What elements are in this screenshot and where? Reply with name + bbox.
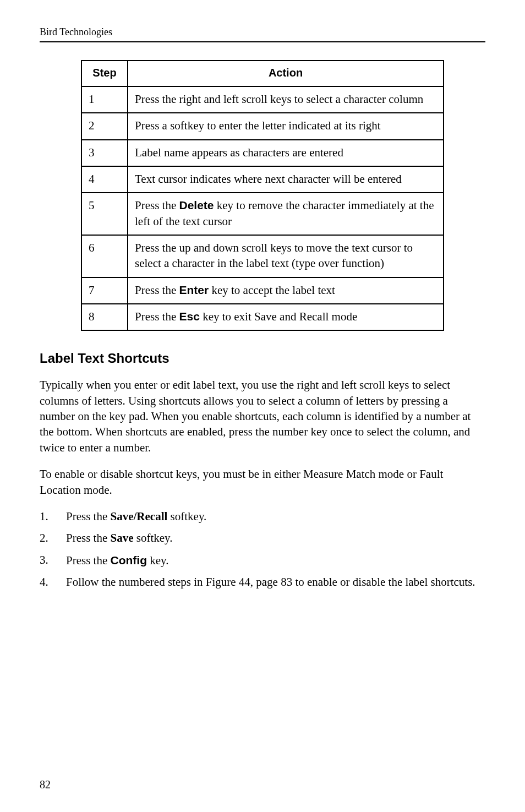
list-item: Press the Save softkey.	[40, 530, 485, 546]
key-name: Save	[111, 531, 134, 544]
key-name: Save/Recall	[111, 510, 168, 523]
cell-action: Press the Esc key to exit Save and Recal…	[128, 304, 444, 330]
cell-step: 7	[81, 277, 128, 304]
list-item: Press the Config key.	[40, 552, 485, 569]
list-item: Follow the numbered steps in Figure 44, …	[40, 574, 485, 590]
cell-step: 4	[81, 166, 128, 193]
table-row: 2 Press a softkey to enter the letter in…	[81, 113, 444, 139]
table-row: 1 Press the right and left scroll keys t…	[81, 86, 444, 113]
cell-step: 8	[81, 304, 128, 330]
table-row: 5 Press the Delete key to remove the cha…	[81, 193, 444, 235]
body-paragraph: To enable or disable shortcut keys, you …	[40, 466, 485, 498]
section-heading: Label Text Shortcuts	[40, 351, 485, 366]
table-row: 6 Press the up and down scroll keys to m…	[81, 235, 444, 277]
table-row: 3 Label name appears as characters are e…	[81, 140, 444, 166]
th-action: Action	[128, 61, 444, 86]
key-name: Delete	[179, 199, 214, 211]
cell-action: Press the right and left scroll keys to …	[128, 86, 444, 113]
table-row: 4 Text cursor indicates where next chara…	[81, 166, 444, 193]
instructions-list: Press the Save/Recall softkey. Press the…	[40, 509, 485, 591]
table-row: 8 Press the Esc key to exit Save and Rec…	[81, 304, 444, 330]
key-name: Config	[111, 554, 147, 566]
cell-action: Press a softkey to enter the letter indi…	[128, 113, 444, 139]
cell-action: Press the up and down scroll keys to mov…	[128, 235, 444, 277]
running-head: Bird Technologies	[40, 26, 485, 42]
cell-step: 6	[81, 235, 128, 277]
list-item: Press the Save/Recall softkey.	[40, 509, 485, 525]
page-number: 82	[40, 778, 51, 791]
th-step: Step	[81, 61, 128, 86]
cell-step: 2	[81, 113, 128, 139]
cell-action: Press the Delete key to remove the chara…	[128, 193, 444, 235]
cell-step: 3	[81, 140, 128, 166]
cell-step: 5	[81, 193, 128, 235]
body-paragraph: Typically when you enter or edit label t…	[40, 377, 485, 455]
key-name: Esc	[179, 310, 200, 323]
cell-action: Label name appears as characters are ent…	[128, 140, 444, 166]
key-name: Enter	[179, 284, 209, 296]
cell-step: 1	[81, 86, 128, 113]
cell-action: Text cursor indicates where next charact…	[128, 166, 444, 193]
table-row: 7 Press the Enter key to accept the labe…	[81, 277, 444, 304]
steps-table: Step Action 1 Press the right and left s…	[81, 60, 444, 331]
cell-action: Press the Enter key to accept the label …	[128, 277, 444, 304]
